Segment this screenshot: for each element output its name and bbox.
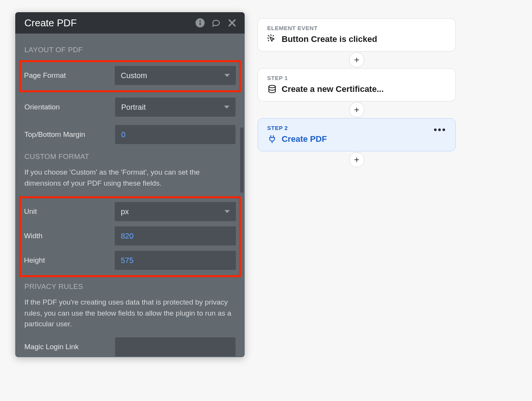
row-orientation: Orientation Portrait [24, 98, 236, 117]
chevron-down-icon [224, 106, 229, 109]
event-title: Button Create is clicked [282, 34, 377, 44]
section-custom-label: CUSTOM FORMAT [24, 152, 236, 161]
tb-margin-label: Top/Bottom Margin [24, 130, 115, 139]
height-input[interactable] [115, 251, 236, 270]
step2-kicker: STEP 2 [267, 125, 288, 131]
unit-select[interactable]: px [115, 202, 236, 221]
custom-desc: If you choose 'Custom' as the 'Format', … [24, 167, 236, 189]
panel-body: LAYOUT OF PDF Page Format Custom Orienta… [15, 34, 245, 357]
unit-value: px [121, 207, 129, 216]
row-tb-margin: Top/Bottom Margin [24, 125, 236, 144]
step1-title: Create a new Certificate... [282, 84, 384, 94]
highlight-page-format: Page Format Custom [19, 60, 241, 92]
row-unit: Unit px [24, 202, 236, 221]
more-icon[interactable]: ••• [434, 128, 446, 132]
close-icon[interactable] [227, 18, 237, 28]
row-page-format: Page Format Custom [24, 66, 236, 85]
magic-link-label: Magic Login Link [24, 343, 115, 351]
page-format-select[interactable]: Custom [115, 66, 236, 85]
settings-panel: Create PDF LAYOUT OF PDF Page Format [15, 12, 245, 357]
privacy-desc: If the PDF you're creating uses data tha… [24, 297, 236, 330]
card-step-1[interactable]: STEP 1 Create a new Certificate... [258, 68, 456, 101]
workflow-column: ELEMENT EVENT Button Create is clicked +… [258, 18, 456, 168]
svg-rect-1 [200, 22, 200, 26]
orientation-label: Orientation [24, 103, 115, 111]
orientation-select[interactable]: Portrait [115, 98, 236, 117]
row-height: Height [24, 251, 236, 270]
add-step-button[interactable]: + [349, 152, 364, 167]
height-label: Height [24, 256, 115, 265]
panel-header: Create PDF [15, 12, 245, 34]
plugin-icon [267, 134, 277, 144]
magic-link-input[interactable] [115, 337, 236, 356]
add-step-button[interactable]: + [349, 102, 364, 117]
step2-title: Create PDF [282, 134, 327, 144]
chevron-down-icon [224, 210, 230, 213]
width-label: Width [24, 232, 115, 240]
step1-kicker: STEP 1 [267, 75, 446, 81]
section-layout-label: LAYOUT OF PDF [24, 46, 236, 54]
card-element-event[interactable]: ELEMENT EVENT Button Create is clicked [258, 18, 456, 51]
cursor-click-icon [267, 34, 277, 44]
scrollbar-thumb[interactable] [240, 127, 244, 193]
highlight-custom-dimensions: Unit px Width Height [19, 196, 241, 277]
tb-margin-input[interactable] [115, 125, 236, 144]
add-step-button[interactable]: + [349, 52, 364, 67]
section-privacy-label: PRIVACY RULES [24, 282, 236, 291]
row-width: Width [24, 226, 236, 245]
orientation-value: Portrait [121, 103, 146, 112]
event-kicker: ELEMENT EVENT [267, 25, 446, 31]
comment-icon[interactable] [211, 18, 221, 28]
panel-title: Create PDF [24, 17, 195, 29]
page-format-label: Page Format [24, 71, 115, 80]
card-step-2[interactable]: STEP 2 ••• Create PDF [258, 118, 456, 151]
chevron-down-icon [224, 74, 230, 77]
unit-label: Unit [24, 207, 115, 216]
row-magic-link: Magic Login Link [24, 337, 236, 356]
page-format-value: Custom [121, 71, 147, 80]
svg-point-2 [199, 20, 200, 21]
width-input[interactable] [115, 226, 236, 245]
database-icon [267, 84, 277, 94]
info-icon[interactable] [195, 18, 205, 28]
svg-point-3 [269, 85, 275, 88]
panel-header-actions [195, 18, 237, 28]
